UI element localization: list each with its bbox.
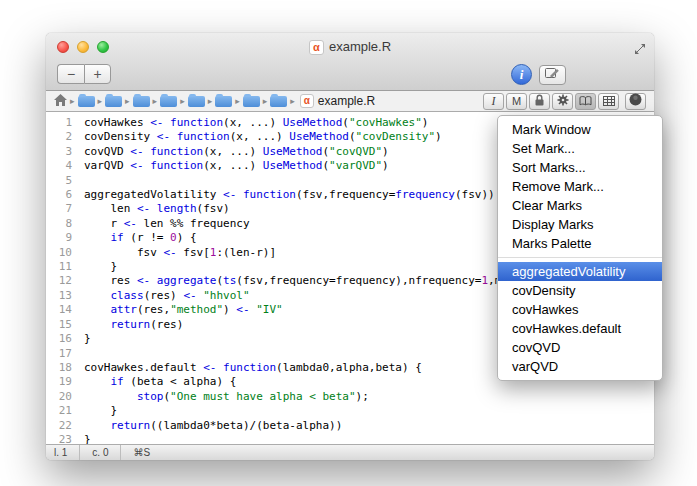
menu-item[interactable]: Marks Palette [498,234,662,253]
menu-item[interactable]: covHawkes.default [498,319,662,338]
line-number: 3 [46,145,72,159]
statusbar-divider [79,445,80,460]
line-number: 13 [46,289,72,303]
window-title: α example.R [46,33,654,61]
text-size-control: − + [57,64,111,84]
menu-item[interactable]: Mark Window [498,120,662,139]
path-bar: ▸ ▸ ▸ ▸ ▸ ▸ ▸ ▸ ▸ α example.R I [46,91,654,112]
pencil-icon [545,67,560,82]
menu-item[interactable]: covQVD [498,338,662,357]
statusbar: l. 1 c. 0 ⌘S [46,444,654,460]
chevron-icon: ▸ [153,96,158,106]
code-line: } [84,433,654,444]
menu-item[interactable]: Clear Marks [498,196,662,215]
menu-separator [498,257,662,258]
lock-icon [534,94,545,109]
edit-document-button[interactable] [539,65,566,85]
document-icon: α [309,40,324,55]
folder-icon[interactable] [133,96,150,107]
line-number: 11 [46,260,72,274]
line-number: 17 [46,347,72,361]
menu-item[interactable]: aggregatedVolatility [498,262,662,281]
grid-button[interactable] [598,93,619,110]
window-controls [57,41,109,53]
chevron-icon: ▸ [290,96,295,106]
line-number: 18 [46,361,72,375]
line-number: 7 [46,202,72,216]
line-number: 9 [46,231,72,245]
line-number: 19 [46,375,72,389]
fullscreen-icon[interactable] [634,41,646,53]
line-number: 15 [46,318,72,332]
menu-item[interactable]: Set Mark... [498,139,662,158]
menu-item[interactable]: covDensity [498,281,662,300]
menu-item[interactable]: Sort Marks... [498,158,662,177]
folder-icon[interactable] [105,96,122,107]
line-number: 22 [46,419,72,433]
titlebar[interactable]: α example.R [46,33,654,61]
menu-item[interactable]: covHawkes [498,300,662,319]
current-filename: example.R [318,94,375,108]
gear-icon [557,94,569,109]
statusbar-divider [120,445,121,460]
menu-item[interactable]: Display Marks [498,215,662,234]
current-file-item[interactable]: α example.R [300,94,375,108]
documents-button[interactable] [625,93,646,110]
line-number: 6 [46,188,72,202]
m-button[interactable]: M [506,93,527,110]
line-number: 10 [46,246,72,260]
toolbar-right-group: i [511,64,566,85]
menu-item[interactable]: Remove Mark... [498,177,662,196]
home-icon[interactable] [54,92,67,110]
marks-button[interactable] [575,93,596,110]
line-number: 16 [46,332,72,346]
folder-icon[interactable] [215,96,232,107]
italic-i-icon: I [492,94,496,109]
chevron-icon: ▸ [235,96,240,106]
shortcut-indicator: ⌘S [133,447,150,458]
menu-item[interactable]: varQVD [498,357,662,376]
chevron-icon: ▸ [98,96,103,106]
line-number: 14 [46,303,72,317]
document-icon: α [300,94,314,108]
dark-circle-icon [629,93,642,109]
line-numbers: 1234567891011121314151617181920212223 [46,113,78,444]
path-bar-buttons: I M [483,93,646,110]
line-number: 23 [46,433,72,444]
code-line: return((lambda0*beta)/(beta-alpha)) [84,419,654,433]
decrease-text-button[interactable]: − [57,64,84,84]
increase-text-button[interactable]: + [84,64,111,84]
chevron-icon: ▸ [208,96,213,106]
line-number: 4 [46,159,72,173]
info-button[interactable]: i [511,64,532,85]
zoom-button[interactable] [97,41,109,53]
line-number: 1 [46,116,72,130]
code-line: stop("One must have alpha < beta"); [84,390,654,404]
folder-icon[interactable] [160,96,177,107]
folder-icon[interactable] [270,96,287,107]
chevron-icon: ▸ [180,96,185,106]
toolbar: − + i [46,61,654,91]
line-number: 20 [46,390,72,404]
italic-i-button[interactable]: I [483,93,504,110]
folder-icon[interactable] [78,96,95,107]
lock-button[interactable] [529,93,550,110]
minimize-button[interactable] [77,41,89,53]
chevron-icon: ▸ [125,96,130,106]
close-button[interactable] [57,41,69,53]
folder-icon[interactable] [188,96,205,107]
chevron-icon: ▸ [70,96,75,106]
line-number: 8 [46,217,72,231]
folder-icon[interactable] [243,96,260,107]
desktop-background: α example.R − + i [0,0,697,486]
m-icon: M [512,95,521,107]
grid-icon [603,94,615,109]
code-line: } [84,404,654,418]
line-indicator[interactable]: l. 1 [54,447,67,458]
chevron-icon: ▸ [263,96,268,106]
book-icon [579,94,592,109]
marks-menu: Mark WindowSet Mark...Sort Marks...Remov… [497,115,663,381]
window-title-text: example.R [329,33,391,61]
gear-button[interactable] [552,93,573,110]
line-number: 21 [46,404,72,418]
